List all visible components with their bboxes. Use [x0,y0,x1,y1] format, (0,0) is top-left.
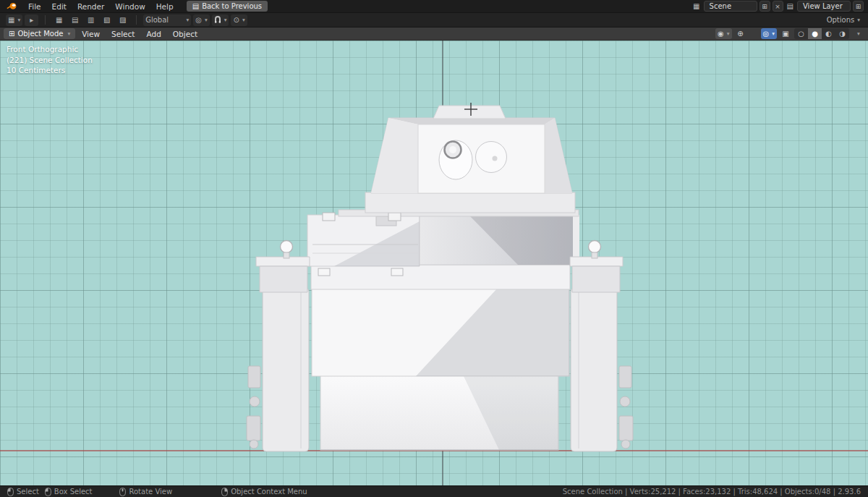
hint-label: Object Context Menu [231,488,307,496]
view-layer-icon: ▤ [786,2,795,10]
viewport-header-right: ◉ ▾ ⊕ ◎ ▾ ▣ ○ ● ◐ ◑ ▾ [715,28,864,39]
keyboard-icon: ▤ [192,2,199,10]
menu-render[interactable]: Render [72,1,109,12]
viewport-menu-select[interactable]: Select [106,28,140,40]
chevron-down-icon: ▾ [857,17,860,23]
solid-shading-icon: ● [812,30,818,38]
new-view-layer-button[interactable]: ⊞ [853,1,864,12]
grid-scale-label: 10 Centimeters [7,65,93,76]
editor-type-button[interactable]: ▦ ▾ [6,14,22,26]
snap-magnet-icon [214,15,221,25]
grid-icon: ▦ [56,16,62,24]
shading-solid-button[interactable]: ● [808,28,822,39]
mode-toggle-5[interactable]: ▨ [116,14,129,26]
status-hint-box-select: Box Select [45,488,93,496]
tank-model-front-view[interactable] [231,101,651,463]
divider [45,15,46,25]
shading-options-dropdown[interactable]: ▾ [851,28,864,39]
gizmo-icon: ⊕ [737,30,743,38]
columns-icon: ▥ [88,16,94,24]
proportional-editing-button[interactable]: ⊙ ▾ [231,14,247,26]
material-preview-icon: ◐ [825,30,832,38]
chevron-down-icon: ▾ [17,17,20,23]
viewport-menu-view[interactable]: View [77,28,105,40]
chevron-down-icon: ▾ [727,30,730,37]
snap-toggle-button[interactable]: ▾ [212,14,229,26]
mouse-middle-icon [119,488,126,496]
xray-toggle-button[interactable]: ▣ [779,28,792,39]
viewport-menu-object[interactable]: Object [168,28,203,40]
turret-ring[interactable] [365,192,575,213]
wireframe-icon: ○ [798,30,804,38]
options-dropdown[interactable]: Options ▾ [825,14,862,26]
hull-mid-band[interactable] [311,265,570,289]
proportional-editing-icon: ⊙ [233,16,239,24]
topbar-right: ▦ Scene ⊞ × ▤ View Layer ⊞ [692,1,864,12]
viewport-overlay-text: Front Orthographic (221) Scene Collectio… [7,44,93,76]
chevron-down-icon: ▾ [857,30,860,37]
turret-roof-hatch[interactable] [433,106,506,119]
rows-icon: ▤ [72,16,78,24]
remove-scene-button[interactable]: × [773,1,783,12]
show-object-types-dropdown[interactable]: ◉ ▾ [715,28,732,39]
status-bar: Select Box Select Rotate View Object Con… [0,485,868,497]
interaction-mode-dropdown[interactable]: ⊞ Object Mode ▾ [4,28,75,39]
overlays-toggle-button[interactable]: ◎ ▾ [761,28,778,39]
transform-orientation-dropdown[interactable]: Global ▾ [143,14,191,26]
hint-label: Box Select [54,488,93,496]
active-tool-button[interactable]: ▸ [25,14,38,26]
chevron-down-icon: ▾ [242,17,245,23]
3d-viewport[interactable]: Front Orthographic (221) Scene Collectio… [0,41,868,485]
viewport-header: ⊞ Object Mode ▾ View Select Add Object ◉… [0,27,868,41]
shading-rendered-button[interactable]: ◑ [835,28,849,39]
visibility-icon: ◉ [718,30,724,38]
hatch-left-icon: ▧ [103,16,110,24]
view-name-label: Front Orthographic [7,44,93,55]
mode-toggle-2[interactable]: ▤ [68,14,82,26]
transform-orientation-label: Global [145,16,169,24]
chevron-down-icon: ▾ [205,17,208,23]
hint-label: Rotate View [129,488,172,496]
back-to-previous-button[interactable]: ▤ Back to Previous [187,1,268,12]
editor-type-icon: ▦ [8,16,14,24]
scene-stats: Scene Collection | Verts:25,212 | Faces:… [563,488,861,496]
blender-logo-icon[interactable] [4,2,20,10]
chevron-down-icon: ▾ [67,30,70,37]
shading-wireframe-button[interactable]: ○ [794,28,808,39]
view-layer-selector[interactable]: View Layer [797,1,851,12]
hint-label: Select [17,488,39,496]
mode-toggle-1[interactable]: ▦ [52,14,66,26]
status-hint-select: Select [7,488,39,496]
collection-label: (221) Scene Collection [7,55,93,66]
mode-toggle-3[interactable]: ▥ [84,14,98,26]
shading-material-button[interactable]: ◐ [822,28,835,39]
pivot-icon: ◎ [195,16,202,24]
scene-icon: ▦ [692,2,701,10]
menu-help[interactable]: Help [151,1,179,12]
viewport-menu-add[interactable]: Add [141,28,166,40]
divider [136,15,137,25]
gizmos-toggle-button[interactable]: ⊕ [734,28,747,39]
pivot-point-dropdown[interactable]: ◎ ▾ [193,14,210,26]
menu-window[interactable]: Window [110,1,150,12]
status-hint-context-menu: Object Context Menu [221,488,307,496]
options-label: Options [827,16,855,24]
view-layer-selector-label: View Layer [803,2,843,10]
mode-toggle-4[interactable]: ▧ [100,14,114,26]
blender-window: File Edit Render Window Help ▤ Back to P… [0,0,868,497]
chevron-down-icon: ▾ [224,17,227,23]
mg-ball-mount[interactable] [476,142,507,173]
scene-selector[interactable]: Scene [704,1,757,12]
play-icon: ▸ [30,16,33,24]
mouse-right-icon [221,488,228,496]
menu-file[interactable]: File [23,1,46,12]
divider [754,29,754,38]
overlays-icon: ◎ [763,30,770,38]
menu-edit[interactable]: Edit [47,1,72,12]
back-to-previous-label: Back to Previous [202,2,262,10]
rendered-shading-icon: ◑ [839,30,846,38]
new-scene-button[interactable]: ⊞ [760,1,770,12]
status-hint-rotate-view: Rotate View [119,488,172,496]
topbar: File Edit Render Window Help ▤ Back to P… [0,0,868,13]
tool-settings-bar: ▦ ▾ ▸ ▦ ▤ ▥ ▧ ▨ Global ▾ ◎ ▾ [0,13,868,27]
